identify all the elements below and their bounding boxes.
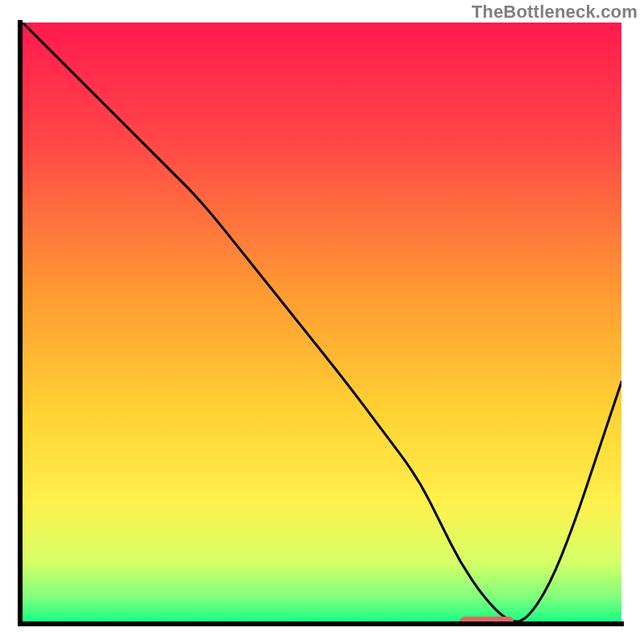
chart-container: TheBottleneck.com <box>0 0 644 644</box>
chart-area <box>23 23 621 621</box>
y-axis <box>18 20 23 626</box>
chart-svg <box>23 23 621 621</box>
watermark-label: TheBottleneck.com <box>472 2 638 23</box>
x-axis <box>20 621 624 626</box>
